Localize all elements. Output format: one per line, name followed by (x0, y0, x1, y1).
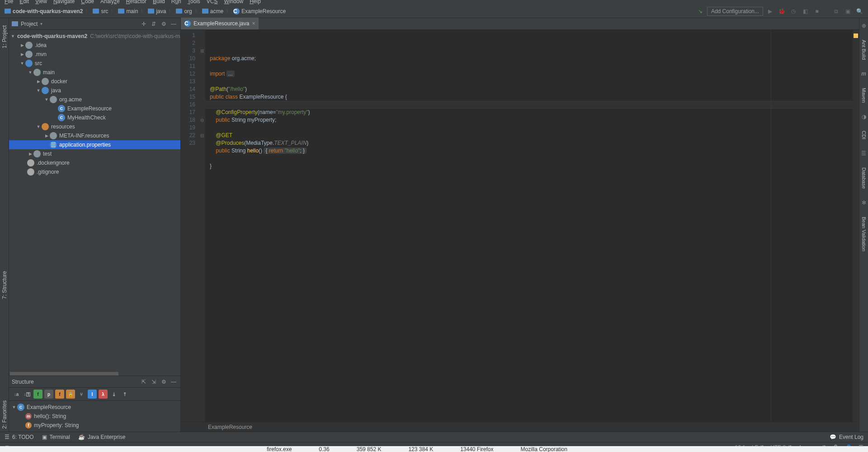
run-config-combo[interactable]: Add Configuration... (707, 7, 763, 16)
menu-vcs[interactable]: VCS (204, 0, 221, 5)
structure-root[interactable]: ▼CExampleResource (9, 403, 180, 412)
show-anonymous-icon[interactable]: ⑂ (77, 390, 86, 399)
chevron-right-icon: 〉 (226, 8, 231, 14)
breadcrumb-org[interactable]: org (175, 8, 193, 14)
warning-marker-icon[interactable] (854, 33, 858, 38)
hide-icon[interactable]: — (170, 21, 178, 27)
collapse-icon[interactable]: ⇵ (150, 21, 158, 27)
breadcrumb-class[interactable]: CExampleResource (232, 8, 287, 14)
tree-folder-main[interactable]: ▼main (9, 68, 180, 77)
tree-class-example[interactable]: CExampleResource (9, 104, 180, 113)
tree-package-orgacme[interactable]: ▼org.acme (9, 95, 180, 104)
editor-body[interactable]: 123101112131415161718192223 ⊞⊖⊟ package … (181, 30, 859, 422)
show-properties-icon[interactable]: p (44, 390, 53, 399)
menu-navigate[interactable]: Navigate (51, 0, 77, 5)
tool-tab-database[interactable]: Database (860, 165, 868, 191)
tool-tab-structure[interactable]: 7: Structure (0, 268, 9, 302)
hide-icon[interactable]: — (170, 379, 178, 385)
breadcrumb-main[interactable]: main (117, 8, 139, 14)
menu-window[interactable]: Window (221, 0, 246, 5)
show-fields-icon[interactable]: f (33, 390, 42, 399)
editor-tab-example[interactable]: C ExampleResource.java × (181, 18, 259, 29)
breadcrumb-project[interactable]: code-with-quarkus-maven2 (4, 8, 84, 14)
horizontal-scrollbar[interactable] (10, 372, 118, 376)
line-number-gutter[interactable]: 123101112131415161718192223 (181, 30, 199, 422)
show-inherited-icon[interactable]: 🔒 (66, 390, 75, 399)
tool-tab-beanvalidation[interactable]: Bean Validation (860, 214, 868, 254)
tree-folder-resources[interactable]: ▼resources (9, 122, 180, 131)
gear-icon[interactable]: ⚙ (160, 21, 168, 27)
autoscroll-from-icon[interactable]: ⤒ (120, 390, 129, 399)
tree-file-gitignore[interactable]: .gitignore (9, 167, 180, 176)
terminal-icon: ▣ (42, 434, 47, 440)
sort-alpha-icon[interactable]: ↓a (12, 390, 21, 399)
tree-folder-src[interactable]: ▼src (9, 59, 180, 68)
sort-visibility-icon[interactable]: ↓⚿ (23, 390, 32, 399)
menu-edit[interactable]: Edit (17, 0, 32, 5)
structure-field-myprop[interactable]: fmyProperty: String (9, 421, 180, 430)
tool-tab-jee[interactable]: ☕Java Enterprise (78, 434, 125, 440)
locate-icon[interactable]: ✛ (140, 21, 148, 27)
tool-tab-maven[interactable]: Maven (860, 85, 868, 105)
show-lambdas-icon[interactable]: λ (99, 390, 108, 399)
menu-file[interactable]: File (2, 0, 16, 5)
show-interfaces-icon[interactable]: I (88, 390, 97, 399)
menu-analyze[interactable]: Analyze (98, 0, 123, 5)
tool-tab-eventlog[interactable]: 💬Event Log (830, 434, 863, 440)
breadcrumb-src[interactable]: src (92, 8, 109, 14)
code-area[interactable]: package org.acme; import ... @Path("/hel… (205, 30, 853, 422)
fold-gutter[interactable]: ⊞⊖⊟ (199, 30, 205, 422)
expand-icon[interactable]: ⇱ (140, 379, 148, 385)
tree-folder-java[interactable]: ▼java (9, 86, 180, 95)
editor-breadcrumb[interactable]: ExampleResource (181, 422, 859, 432)
tree-file-appprops[interactable]: application.properties (9, 140, 180, 149)
coverage-button[interactable]: ◷ (788, 6, 798, 16)
run-button[interactable]: ▶ (765, 6, 775, 16)
menu-refactor[interactable]: Refactor (123, 0, 149, 5)
build-icon[interactable]: ↘ (695, 6, 705, 16)
structure-tree[interactable]: ▼CExampleResource mhello(): String fmyPr… (9, 401, 180, 432)
project-tree[interactable]: ▼ code-with-quarkus-maven2 C:\work\src\t… (9, 30, 180, 372)
menu-tools[interactable]: Tools (185, 0, 203, 5)
autoscroll-source-icon[interactable]: ⤓ (109, 390, 118, 399)
tree-root[interactable]: ▼ code-with-quarkus-maven2 C:\work\src\t… (9, 32, 180, 41)
gear-icon[interactable]: ⚙ (160, 379, 168, 385)
project-view-title[interactable]: Project (21, 21, 38, 27)
menu-run[interactable]: Run (169, 0, 184, 5)
tool-tab-terminal[interactable]: ▣Terminal (42, 434, 70, 440)
tree-folder-metainf[interactable]: ▶META-INF.resources (9, 131, 180, 140)
stop-button[interactable]: ■ (812, 6, 822, 16)
breadcrumb-java[interactable]: java (147, 8, 167, 14)
tool-tab-ant[interactable]: Ant Build (860, 37, 868, 62)
close-tab-icon[interactable]: × (252, 20, 255, 27)
dropdown-icon[interactable]: ▾ (40, 21, 42, 26)
editor-tab-bar[interactable]: C ExampleResource.java × (181, 18, 859, 30)
tree-folder-idea[interactable]: ▶.idea (9, 41, 180, 50)
show-nonpublic-icon[interactable]: f (55, 390, 64, 399)
editor-error-stripe[interactable] (853, 30, 859, 422)
menu-code[interactable]: Code (78, 0, 97, 5)
tree-folder-docker[interactable]: ▶docker (9, 77, 180, 86)
tree-folder-mvn[interactable]: ▶.mvn (9, 50, 180, 59)
menu-help[interactable]: Help (247, 0, 264, 5)
tool-tab-todo[interactable]: ☰6: TODO (5, 434, 34, 440)
vcs-update-icon[interactable]: ⧉ (831, 6, 841, 16)
tool-tab-cdi[interactable]: CDI (860, 128, 868, 142)
tree-file-dockerignore[interactable]: .dockerignore (9, 158, 180, 167)
debug-button[interactable]: 🐞 (777, 6, 787, 16)
profile-button[interactable]: ◧ (800, 6, 810, 16)
breadcrumb[interactable]: code-with-quarkus-maven2 〉 src 〉 main 〉 … (4, 8, 287, 14)
structure-method-hello[interactable]: mhello(): String (9, 412, 180, 421)
search-everywhere-icon[interactable]: 🔍 (854, 6, 864, 16)
tool-tab-project[interactable]: 1: Project (0, 23, 9, 51)
tree-folder-test[interactable]: ▶test (9, 149, 180, 158)
collapse-icon[interactable]: ⇲ (150, 379, 158, 385)
menu-view[interactable]: View (33, 0, 50, 5)
ant-icon: ⊕ (862, 23, 866, 29)
menu-build[interactable]: Build (150, 0, 168, 5)
vcs-commit-icon[interactable]: ▣ (843, 6, 853, 16)
menu-bar[interactable]: File Edit View Navigate Code Analyze Ref… (0, 0, 868, 5)
tree-class-health[interactable]: CMyHealthCheck (9, 113, 180, 122)
breadcrumb-acme[interactable]: acme (201, 8, 224, 14)
tool-tab-favorites[interactable]: 2: Favorites (0, 398, 9, 432)
